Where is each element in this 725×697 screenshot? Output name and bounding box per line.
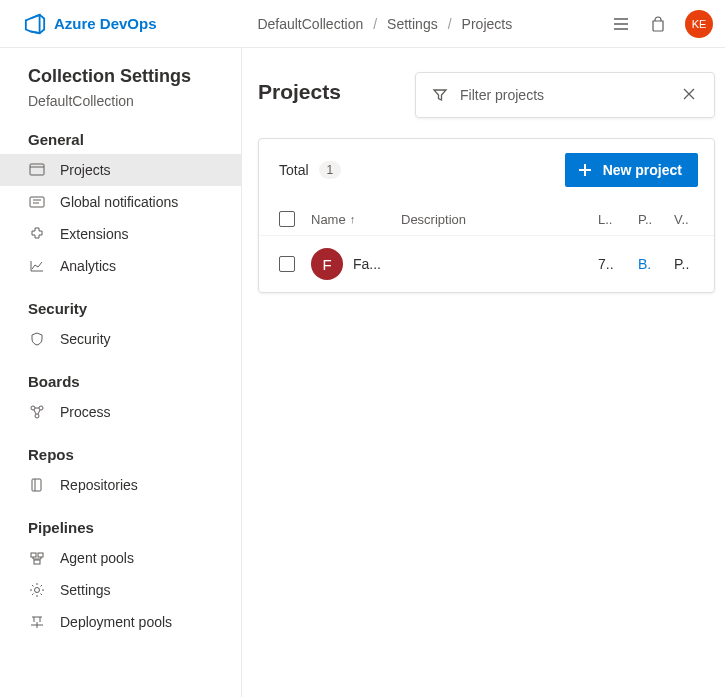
sidebar-item-label: Analytics <box>60 258 116 274</box>
deployment-icon <box>28 613 46 631</box>
azure-devops-logo-icon <box>24 13 46 35</box>
svg-point-1 <box>614 23 616 25</box>
svg-rect-9 <box>31 553 36 557</box>
sidebar-item-label: Deployment pools <box>60 614 172 630</box>
row-last-update: 7.. <box>598 256 638 272</box>
svg-point-2 <box>614 28 616 30</box>
svg-point-6 <box>39 406 43 410</box>
content-area: Projects Total 1 <box>242 48 725 697</box>
projects-icon <box>28 161 46 179</box>
process-icon <box>28 403 46 421</box>
brand[interactable]: Azure DevOps <box>24 13 157 35</box>
project-name[interactable]: Fa... <box>353 256 381 272</box>
list-icon[interactable] <box>613 15 631 33</box>
sidebar-item-label: Agent pools <box>60 550 134 566</box>
projects-card: Total 1 New project Name ↑ <box>258 138 715 293</box>
svg-point-12 <box>35 588 40 593</box>
column-process[interactable]: P.. <box>638 212 674 227</box>
svg-point-5 <box>31 406 35 410</box>
sidebar-item-label: Projects <box>60 162 111 178</box>
sidebar-item-settings[interactable]: Settings <box>0 574 241 606</box>
filter-card <box>415 72 715 118</box>
sidebar-item-label: Repositories <box>60 477 138 493</box>
section-label-repos: Repos <box>0 438 241 469</box>
table-header: Name ↑ Description L.. P.. V.. <box>259 203 714 236</box>
new-project-button[interactable]: New project <box>565 153 698 187</box>
column-last-update[interactable]: L.. <box>598 212 638 227</box>
notification-icon <box>28 193 46 211</box>
sidebar-item-security[interactable]: Security <box>0 323 241 355</box>
total-count: 1 <box>319 161 342 179</box>
sidebar: Collection Settings DefaultCollection Ge… <box>0 48 242 697</box>
sidebar-item-label: Process <box>60 404 111 420</box>
shopping-bag-icon[interactable] <box>649 15 667 33</box>
gear-icon <box>28 581 46 599</box>
row-checkbox[interactable] <box>279 256 295 272</box>
avatar-initials: KE <box>692 18 707 30</box>
section-label-boards: Boards <box>0 365 241 396</box>
sidebar-item-label: Security <box>60 331 111 347</box>
column-visibility[interactable]: V.. <box>674 212 710 227</box>
sidebar-item-repositories[interactable]: Repositories <box>0 469 241 501</box>
section-label-security: Security <box>0 292 241 323</box>
row-visibility: P.. <box>674 256 710 272</box>
column-description[interactable]: Description <box>401 212 598 227</box>
breadcrumb-sep: / <box>448 16 452 32</box>
total-label: Total <box>279 162 309 178</box>
sidebar-item-analytics[interactable]: Analytics <box>0 250 241 282</box>
filter-input[interactable] <box>460 87 670 103</box>
section-label-general: General <box>0 123 241 154</box>
sidebar-item-global-notifications[interactable]: Global notifications <box>0 186 241 218</box>
svg-rect-4 <box>30 197 44 207</box>
top-header: Azure DevOps DefaultCollection / Setting… <box>0 0 725 48</box>
row-name-cell: F Fa... <box>311 248 401 280</box>
breadcrumb: DefaultCollection / Settings / Projects <box>157 16 613 32</box>
section-label-pipelines: Pipelines <box>0 511 241 542</box>
filter-icon <box>432 87 448 103</box>
extension-icon <box>28 225 46 243</box>
repo-icon <box>28 476 46 494</box>
svg-rect-3 <box>30 164 44 175</box>
new-project-label: New project <box>603 162 682 178</box>
svg-rect-10 <box>38 553 43 557</box>
row-process[interactable]: B. <box>638 256 674 272</box>
svg-rect-11 <box>34 560 40 564</box>
shield-icon <box>28 330 46 348</box>
header-actions: KE <box>613 10 713 38</box>
sidebar-item-label: Global notifications <box>60 194 178 210</box>
sidebar-item-agent-pools[interactable]: Agent pools <box>0 542 241 574</box>
breadcrumb-item-0[interactable]: DefaultCollection <box>257 16 363 32</box>
analytics-icon <box>28 257 46 275</box>
sidebar-item-projects[interactable]: Projects <box>0 154 241 186</box>
select-all-checkbox[interactable] <box>279 211 295 227</box>
column-name[interactable]: Name ↑ <box>311 212 401 227</box>
agent-pools-icon <box>28 549 46 567</box>
sort-asc-icon: ↑ <box>350 213 356 225</box>
total-wrap: Total 1 <box>279 161 341 179</box>
sidebar-subtitle: DefaultCollection <box>0 93 241 123</box>
sidebar-item-deployment-pools[interactable]: Deployment pools <box>0 606 241 638</box>
project-avatar: F <box>311 248 343 280</box>
svg-rect-8 <box>32 479 41 491</box>
breadcrumb-item-2[interactable]: Projects <box>462 16 513 32</box>
close-icon[interactable] <box>682 87 698 103</box>
table-row[interactable]: F Fa... 7.. B. P.. <box>259 236 714 292</box>
svg-point-7 <box>35 414 39 418</box>
projects-table: Name ↑ Description L.. P.. V.. F Fa... <box>259 203 714 292</box>
plus-icon <box>577 162 593 178</box>
page-title: Projects <box>258 72 341 104</box>
brand-label: Azure DevOps <box>54 15 157 32</box>
sidebar-item-label: Extensions <box>60 226 128 242</box>
sidebar-item-label: Settings <box>60 582 111 598</box>
breadcrumb-item-1[interactable]: Settings <box>387 16 438 32</box>
sidebar-item-extensions[interactable]: Extensions <box>0 218 241 250</box>
sidebar-item-process[interactable]: Process <box>0 396 241 428</box>
sidebar-title: Collection Settings <box>0 66 241 93</box>
breadcrumb-sep: / <box>373 16 377 32</box>
svg-point-0 <box>614 18 616 20</box>
user-avatar[interactable]: KE <box>685 10 713 38</box>
